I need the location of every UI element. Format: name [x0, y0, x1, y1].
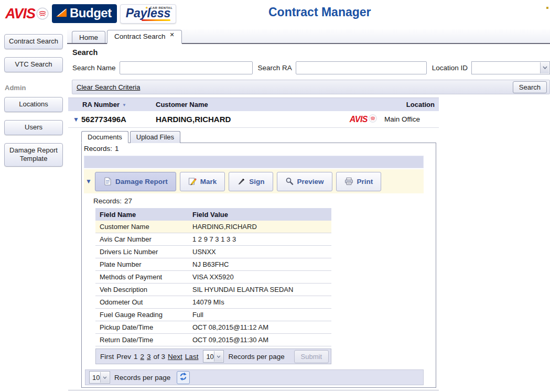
tab-contract-search[interactable]: Contract Search ✕ — [107, 30, 182, 44]
sign-button[interactable]: Sign — [229, 172, 273, 191]
column-header-location[interactable]: Location — [381, 101, 439, 108]
magnifier-icon — [285, 177, 294, 186]
search-ra-label: Search RA — [258, 64, 292, 72]
documents-records-per-page-label: Records per page — [114, 374, 170, 382]
field-row[interactable]: Odometer Out14079 MIs — [95, 296, 331, 309]
detail-tab-bar: Documents Upload Files — [81, 131, 439, 143]
sort-desc-icon: ▼ — [122, 103, 126, 107]
collapse-document-icon[interactable]: ▼ — [85, 178, 95, 185]
budget-logo-text: Budget — [70, 6, 112, 20]
chevron-down-icon[interactable] — [100, 372, 109, 383]
close-icon[interactable]: ✕ — [170, 31, 175, 38]
chevron-down-icon[interactable] — [540, 62, 549, 73]
search-name-label: Search Name — [72, 64, 116, 72]
documents-footer-bar: 10 Records per page — [85, 369, 424, 385]
damage-report-button[interactable]: Damage Report — [95, 172, 176, 191]
column-header-ra-number[interactable]: RA Number▼ — [68, 101, 156, 108]
search-name-input[interactable] — [120, 61, 253, 74]
payless-tagline: ★ CAR RENTAL — [145, 6, 173, 10]
document-list-header — [84, 156, 424, 168]
page-size-select[interactable]: 10 — [203, 350, 224, 363]
page-title: Contract Manager — [268, 5, 371, 19]
pagination-of-total: of 3 — [154, 353, 166, 361]
clear-search-criteria-link[interactable]: Clear Search Criteria — [77, 83, 140, 91]
sidebar-item-damage-report-template[interactable]: Damage Report Template — [4, 143, 63, 167]
pagination-prev[interactable]: Prev — [116, 353, 131, 361]
refresh-button[interactable] — [177, 371, 190, 384]
field-row[interactable]: Drivers Lic NumberUSNXX — [95, 246, 331, 258]
refresh-icon — [179, 372, 188, 383]
tab-home[interactable]: Home — [72, 31, 105, 43]
pencil-icon — [188, 177, 197, 186]
tab-documents[interactable]: Documents — [81, 131, 128, 143]
payless-swoosh — [142, 19, 171, 21]
sidebar: Contract Search VTC Search Admin Locatio… — [0, 27, 67, 392]
location-id-select[interactable] — [471, 61, 550, 74]
documents-page-size-select[interactable]: 10 — [89, 371, 110, 384]
pagination-page-3[interactable]: 3 — [147, 353, 151, 361]
pen-icon — [237, 177, 245, 186]
tab-upload-files[interactable]: Upload Files — [130, 131, 180, 143]
main-content: Home Contract Search ✕ Search Search Nam… — [67, 27, 550, 392]
avis-brand-text: AVIS — [350, 115, 368, 124]
admin-section-label: Admin — [0, 82, 67, 97]
results-grid: RA Number▼ Customer Name Location ▼ 5627… — [68, 97, 439, 390]
results-grid-header: RA Number▼ Customer Name Location — [68, 97, 439, 111]
location-id-label: Location ID — [432, 64, 468, 72]
pagination-page-1[interactable]: 1 — [134, 353, 138, 361]
mark-button[interactable]: Mark — [180, 172, 225, 191]
tab-home-label: Home — [79, 34, 98, 41]
field-table-header: Field Name Field Value — [95, 208, 331, 221]
search-section-heading: Search — [67, 44, 550, 60]
brand-bar: AVIS Budget ★ CAR RENTAL Payless — [5, 4, 176, 24]
payless-star-icon: ★ — [145, 6, 149, 9]
budget-logo: Budget — [52, 4, 117, 23]
search-ra-input[interactable] — [296, 61, 427, 74]
pagination-page-2[interactable]: 2 — [141, 353, 145, 361]
search-action-bar: Clear Search Criteria Search — [72, 80, 550, 94]
search-form: Search Name Search RA Location ID — [67, 60, 550, 75]
documents-page-size-value: 10 — [92, 374, 100, 382]
preview-button[interactable]: Preview — [277, 172, 332, 191]
pagination-next[interactable]: Next — [168, 353, 182, 361]
field-row[interactable]: Veh DescriptionSIL HYUNDAI ELANTRA SEDAN — [95, 284, 331, 296]
sidebar-item-contract-search[interactable]: Contract Search — [4, 34, 63, 49]
app-header: AVIS Budget ★ CAR RENTAL Payless Contrac… — [0, 0, 550, 27]
document-toolbar: ▼ Damage Report M — [84, 169, 424, 193]
column-header-customer-name[interactable]: Customer Name — [156, 101, 381, 108]
submit-button[interactable]: Submit — [294, 350, 329, 363]
pagination-first[interactable]: First — [100, 353, 114, 361]
column-header-field-value: Field Value — [192, 211, 331, 219]
table-row[interactable]: ▼ 562773496A HARDING,RICHARD AVIS Main O… — [68, 111, 439, 128]
expanded-detail: Documents Upload Files Records:1 ▼ — [68, 128, 439, 390]
tab-contract-search-label: Contract Search — [114, 32, 166, 40]
document-icon — [103, 177, 112, 186]
documents-record-count: Records:1 — [84, 145, 436, 155]
sidebar-item-locations[interactable]: Locations — [4, 97, 63, 112]
column-header-field-name: Field Name — [95, 211, 192, 219]
pagination-last[interactable]: Last — [185, 353, 199, 361]
avis-badge-icon — [36, 7, 49, 20]
sidebar-item-users[interactable]: Users — [4, 120, 63, 135]
fields-record-count: Records:27 — [93, 197, 436, 206]
page-size-value: 10 — [206, 353, 213, 361]
field-row[interactable]: Pickup Date/TimeOCT 08,2015@11:12 AM — [95, 321, 331, 334]
field-row[interactable]: Customer NameHARDING,RICHARD — [95, 221, 331, 233]
customer-name-value: HARDING,RICHARD — [156, 115, 350, 124]
avis-badge-icon — [369, 114, 377, 124]
printer-icon — [344, 177, 353, 186]
field-row[interactable]: Fuel Gauge ReadingFull — [95, 309, 331, 321]
contract-manager-app: AVIS Budget ★ CAR RENTAL Payless Contrac… — [0, 0, 550, 392]
print-button[interactable]: Print — [336, 172, 382, 191]
payless-logo: ★ CAR RENTAL Payless — [120, 4, 177, 24]
search-button[interactable]: Search — [513, 81, 547, 93]
field-row[interactable]: Avis Car Number1 2 9 7 3 1 3 3 — [95, 233, 331, 246]
sidebar-item-vtc-search[interactable]: VTC Search — [4, 57, 63, 72]
chevron-down-icon[interactable] — [214, 351, 223, 362]
collapse-row-icon[interactable]: ▼ — [73, 116, 81, 123]
avis-brand-logo: AVIS — [350, 114, 377, 124]
field-row[interactable]: Return Date/TimeOCT 09,2015@11:30 AM — [95, 334, 331, 346]
pagination-bar: First Prev 1 2 3 of 3 Next Last 10 — [95, 349, 331, 364]
field-row[interactable]: Methods of PaymentVISA XX5920 — [95, 271, 331, 284]
field-row[interactable]: Plate NumberNJ B63FHC — [95, 258, 331, 271]
